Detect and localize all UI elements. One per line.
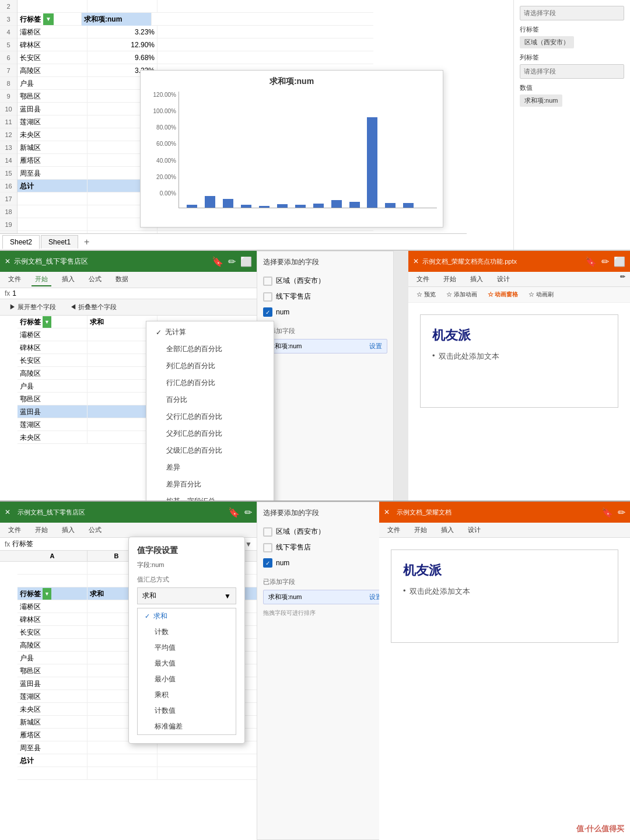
- bottom-edit-icon[interactable]: ✏: [244, 507, 252, 518]
- animation-brush-btn[interactable]: ☆ 动画刷: [525, 289, 557, 300]
- ppt-bullet-text[interactable]: • 双击此处添加文本: [432, 351, 606, 362]
- ppt-maximize-icon[interactable]: ⬜: [614, 256, 625, 267]
- dialog-option-min[interactable]: 最小值: [138, 671, 236, 687]
- menu-item-row-pct[interactable]: 行汇总的百分比: [146, 374, 274, 391]
- ppt-slide: 机友派 • 双击此处添加文本: [420, 314, 618, 408]
- menu-item-all-pct[interactable]: 全部汇总的百分比: [146, 341, 274, 358]
- dialog-sum-select[interactable]: 求和 ▼: [137, 587, 236, 604]
- btm-tab-file[interactable]: 文件: [5, 524, 24, 536]
- bottom-bookmark-icon[interactable]: 🔖: [228, 507, 240, 518]
- edit-icon[interactable]: ✏: [228, 256, 236, 267]
- ribbon-tab-home[interactable]: 开始: [32, 273, 51, 286]
- btm-ppt-bullet[interactable]: • 双击此处添加文本: [403, 586, 606, 597]
- formula-value: 1: [12, 289, 252, 298]
- col-field-select[interactable]: 请选择字段: [520, 64, 624, 79]
- region-checkbox[interactable]: [263, 276, 272, 286]
- chart-y-axis: 120.00% 100.00% 80.00% 60.00% 40.00% 20.…: [146, 92, 178, 208]
- dialog-option-count[interactable]: 计数: [138, 624, 236, 640]
- filter-btn[interactable]: ▼: [43, 13, 54, 25]
- dialog-option-product[interactable]: 乘积: [138, 687, 236, 703]
- menu-item-no-calc[interactable]: 无计算: [146, 324, 274, 341]
- row-field-tag[interactable]: 区域（西安市）: [520, 36, 574, 48]
- ppt-bookmark-icon[interactable]: 🔖: [585, 256, 597, 267]
- ribbon-tab-formula[interactable]: 公式: [85, 273, 105, 286]
- dialog-option-max[interactable]: 最大值: [138, 656, 236, 671]
- btm-ppt-close[interactable]: ✕: [384, 508, 390, 516]
- menu-item-diff[interactable]: 差异: [146, 459, 274, 476]
- ppt-close-button[interactable]: ✕: [413, 257, 419, 265]
- ppt-edit-icon[interactable]: ✏: [601, 256, 609, 267]
- sheet-tab-sheet1[interactable]: Sheet1: [41, 235, 78, 249]
- num-checkbox[interactable]: ✓: [263, 307, 272, 317]
- btm-ppt-icon1[interactable]: 🔖: [601, 507, 613, 518]
- add-animation-btn[interactable]: ☆ 添加动画: [443, 289, 481, 300]
- preview-btn[interactable]: ☆ 预览: [413, 289, 439, 300]
- ribbon-tab-insert[interactable]: 插入: [58, 273, 78, 286]
- formula-collapse-icon[interactable]: ▼: [245, 540, 252, 548]
- menu-item-col-pct[interactable]: 列汇总的百分比: [146, 358, 274, 374]
- btm-tab-home[interactable]: 开始: [32, 524, 51, 536]
- btm-ppt-slide-title[interactable]: 机友派: [403, 562, 606, 579]
- collapse-field-btn[interactable]: ◀ 折叠整个字段: [65, 302, 121, 313]
- btm-ppt-content: 机友派 • 双击此处添加文本: [379, 538, 630, 654]
- menu-item-parent-col-pct[interactable]: 父列汇总的百分比: [146, 425, 274, 442]
- menu-item-parent-total-pct[interactable]: 父级汇总的百分比: [146, 442, 274, 459]
- menu-item-pct[interactable]: 百分比: [146, 391, 274, 408]
- add-sheet-button[interactable]: +: [79, 237, 94, 247]
- btm-ppt-icon2[interactable]: ✏: [618, 507, 625, 518]
- btm-num-checkbox[interactable]: ✓: [263, 558, 272, 568]
- field-select-dropdown[interactable]: 请选择字段: [520, 6, 624, 20]
- formula-bar: fx 1: [0, 288, 257, 299]
- filter-btn-btm[interactable]: ▼: [43, 588, 51, 600]
- menu-item-diff-pct[interactable]: 差异百分比: [146, 476, 274, 493]
- ribbon-tab-data[interactable]: 数据: [112, 273, 132, 286]
- col-header-a: A: [18, 551, 88, 561]
- filter-icon[interactable]: ▼: [43, 316, 51, 328]
- btm-ppt-tab-file[interactable]: 文件: [384, 524, 404, 536]
- added-field-item: 求和项:num 设置: [263, 339, 387, 354]
- bottom-ppt-window: ✕ 示例文档_荣耀文档 🔖 ✏ 文件 开始 插入 设计 机友派 • 双击此处添加…: [379, 502, 630, 840]
- btm-ppt-tab-home[interactable]: 开始: [411, 524, 430, 536]
- table-row: [18, 0, 373, 13]
- menu-item-parent-row-pct[interactable]: 父行汇总的百分比: [146, 408, 274, 425]
- window-titlebar: ✕ 示例文档_线下零售店区 🔖 ✏ ⬜: [0, 251, 257, 272]
- expand-field-btn[interactable]: ▶ 展开整个字段: [5, 302, 61, 313]
- btm-store-checkbox[interactable]: [263, 543, 272, 552]
- dialog-field-info: 字段:num: [137, 561, 236, 569]
- btm-ppt-slide: 机友派 • 双击此处添加文本: [391, 550, 618, 643]
- val-field-tag[interactable]: 求和项:num: [520, 94, 562, 107]
- dialog-section-label: 值汇总方式: [137, 575, 236, 584]
- ppt-content: 机友派 • 双击此处添加文本: [408, 303, 630, 419]
- bottom-close-btn[interactable]: ✕: [5, 508, 10, 516]
- ppt-tab-design[interactable]: 设计: [494, 273, 513, 285]
- btm-field-option-store: 线下零售店: [263, 540, 387, 555]
- ppt-tab-home[interactable]: 开始: [440, 273, 460, 285]
- ppt-edit-icon2[interactable]: ✏: [620, 273, 625, 285]
- dialog-option-avg[interactable]: 平均值: [138, 640, 236, 656]
- chart-title: 求和项:num: [146, 76, 437, 87]
- animation-pane-btn[interactable]: ☆ 动画窗格: [484, 289, 522, 300]
- bar-item: [220, 199, 236, 208]
- btm-tab-formula[interactable]: 公式: [85, 524, 105, 536]
- ppt-slide-title[interactable]: 机友派: [432, 327, 606, 344]
- btm-region-checkbox[interactable]: [263, 527, 272, 537]
- dialog-option-countnum[interactable]: 计数值: [138, 703, 236, 719]
- maximize-icon[interactable]: ⬜: [240, 256, 252, 267]
- store-checkbox[interactable]: [263, 292, 272, 302]
- menu-item-field-sum[interactable]: 按某一字段汇总: [146, 493, 274, 502]
- btm-tab-insert[interactable]: 插入: [58, 524, 78, 536]
- dialog-option-stdev[interactable]: 标准偏差: [138, 719, 236, 734]
- close-button[interactable]: ✕: [5, 257, 10, 265]
- ppt-tab-file[interactable]: 文件: [413, 273, 433, 285]
- ribbon-tab-file[interactable]: 文件: [5, 273, 24, 286]
- field-settings-link[interactable]: 设置: [369, 342, 382, 351]
- btm-ppt-tab-design[interactable]: 设计: [464, 524, 484, 536]
- btm-ppt-tab-insert[interactable]: 插入: [438, 524, 457, 536]
- bookmark-icon[interactable]: 🔖: [212, 256, 223, 267]
- ppt-tab-insert[interactable]: 插入: [467, 273, 487, 285]
- row-label-cell: 行标签: [20, 14, 41, 24]
- sheet-tab-sheet2[interactable]: Sheet2: [2, 235, 40, 249]
- middle-field-panel: 选择要添加的字段 区域（西安市） 线下零售店 ✓ num 已添加字段 求和项:n…: [257, 251, 394, 502]
- bar-item: [257, 206, 272, 208]
- dialog-option-sum[interactable]: 求和: [138, 608, 236, 624]
